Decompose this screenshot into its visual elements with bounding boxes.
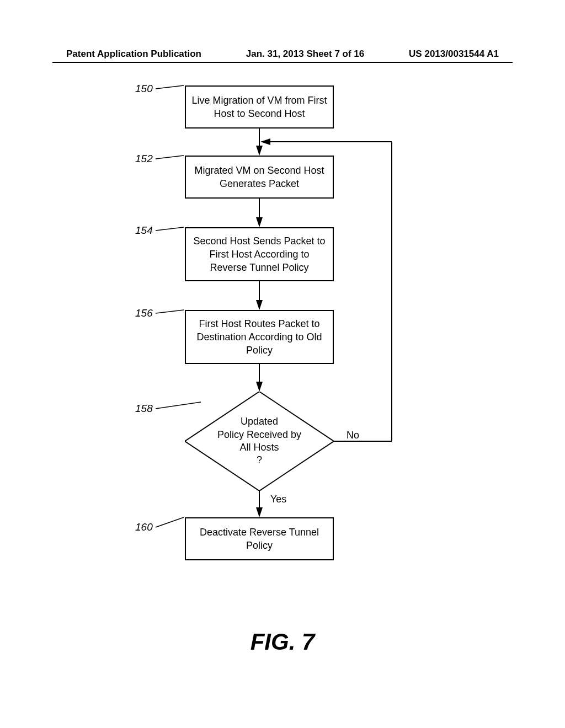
header-left: Patent Application Publication [66,49,201,60]
page-header: Patent Application Publication Jan. 31, … [0,49,565,60]
box-156-text: First Host Routes Packet to Destination … [190,317,328,357]
svg-line-6 [156,517,184,527]
svg-line-1 [156,85,184,89]
diamond-text: Updated Policy Received by All Hosts ? [185,392,334,491]
header-rule [52,62,513,63]
diamond-line1: Updated [241,416,278,427]
ref-152: 152 [135,153,153,165]
yes-label: Yes [270,494,286,505]
header-right: US 2013/0031544 A1 [409,49,499,60]
ref-158: 158 [135,403,153,415]
ref-156: 156 [135,307,153,319]
ref-150: 150 [135,83,153,95]
box-152-text: Migrated VM on Second Host Generates Pac… [190,164,328,191]
diamond-line3: All Hosts [239,442,279,453]
box-160-text: Deactivate Reverse Tunnel Policy [190,526,328,553]
svg-line-3 [156,227,184,231]
box-156: First Host Routes Packet to Destination … [185,310,334,364]
box-150: Live Migration of VM from First Host to … [185,85,334,129]
box-154-text: Second Host Sends Packet to First Host A… [190,234,328,275]
ref-160: 160 [135,521,153,533]
diamond-line4: ? [257,454,262,465]
figure-label: FIG. 7 [0,629,565,655]
box-150-text: Live Migration of VM from First Host to … [190,94,328,121]
svg-line-4 [156,310,184,313]
diamond-line2: Policy Received by [217,429,301,440]
box-160: Deactivate Reverse Tunnel Policy [185,517,334,560]
svg-line-2 [156,156,184,159]
box-154: Second Host Sends Packet to First Host A… [185,227,334,281]
box-152: Migrated VM on Second Host Generates Pac… [185,156,334,199]
flowchart: 150 Live Migration of VM from First Host… [0,80,565,631]
header-center: Jan. 31, 2013 Sheet 7 of 16 [246,49,365,60]
no-label: No [347,430,359,441]
ref-154: 154 [135,224,153,237]
diamond-158: Updated Policy Received by All Hosts ? [185,392,334,491]
